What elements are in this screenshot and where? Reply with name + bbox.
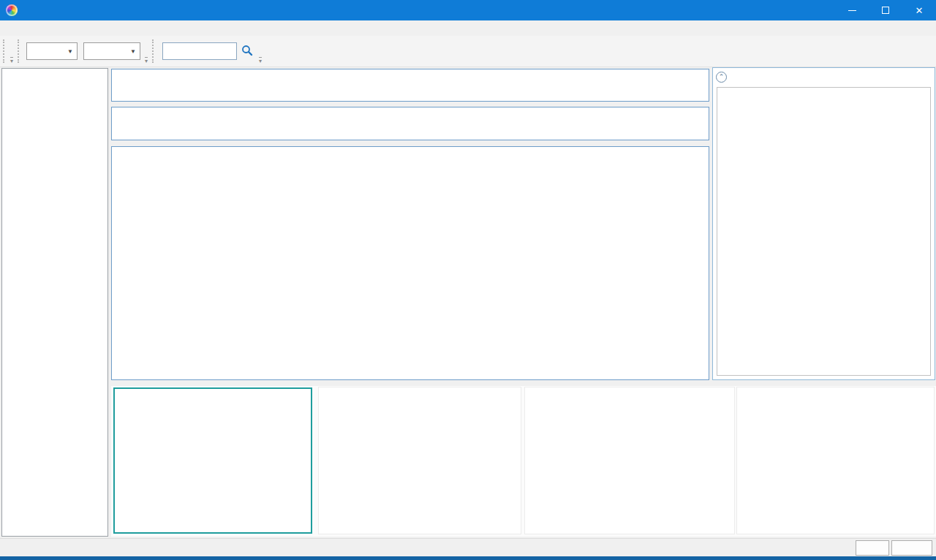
chevron-down-icon: ▼ bbox=[61, 48, 73, 55]
toolbar-overflow-icon[interactable]: ▾ bbox=[145, 57, 148, 64]
status-empty-box bbox=[891, 540, 932, 556]
menu-bar bbox=[0, 20, 936, 36]
reflectance-chart[interactable] bbox=[524, 387, 735, 534]
chevron-down-icon: ▼ bbox=[124, 48, 136, 55]
panel-header: ⌃ bbox=[713, 68, 935, 86]
lab-locus-chart[interactable] bbox=[736, 387, 935, 534]
delta-ab-scatter-chart[interactable] bbox=[113, 387, 312, 534]
close-button[interactable]: ✕ bbox=[902, 0, 936, 20]
maximize-button[interactable] bbox=[869, 0, 902, 20]
chart-strip bbox=[111, 386, 936, 537]
search-input[interactable] bbox=[162, 42, 237, 60]
tolerance-table bbox=[111, 69, 709, 102]
sample-table bbox=[111, 146, 709, 380]
app-window: { "window": { "title": "SQCX" }, "menu":… bbox=[0, 0, 936, 560]
search-icon[interactable] bbox=[241, 45, 253, 58]
toolbar-grip bbox=[152, 39, 156, 63]
app-logo-icon bbox=[6, 4, 18, 16]
auto-mode-button[interactable] bbox=[856, 540, 889, 556]
toolbar-grip bbox=[3, 39, 7, 63]
toolbar-grip bbox=[18, 39, 21, 63]
sample-tree bbox=[1, 68, 108, 537]
cie-lab-card bbox=[717, 87, 931, 376]
collapse-icon[interactable]: ⌃ bbox=[716, 72, 727, 83]
standard-table bbox=[111, 107, 709, 140]
illuminant-select[interactable]: ▼ bbox=[83, 42, 140, 60]
toolbar: ▾ ▼ ▼ ▾ ▾ bbox=[0, 36, 936, 67]
toolbar-overflow-icon[interactable]: ▾ bbox=[10, 57, 13, 64]
delta-e-trend-chart[interactable] bbox=[318, 387, 521, 534]
bottom-accent-strip bbox=[0, 556, 936, 560]
minimize-button[interactable] bbox=[835, 0, 869, 20]
toolbar-overflow-icon[interactable]: ▾ bbox=[259, 57, 262, 64]
status-bar bbox=[0, 538, 936, 556]
sci-sce-select[interactable]: ▼ bbox=[26, 42, 78, 60]
color-difference-panel: ⌃ bbox=[712, 67, 935, 380]
title-bar: ✕ bbox=[0, 0, 936, 20]
